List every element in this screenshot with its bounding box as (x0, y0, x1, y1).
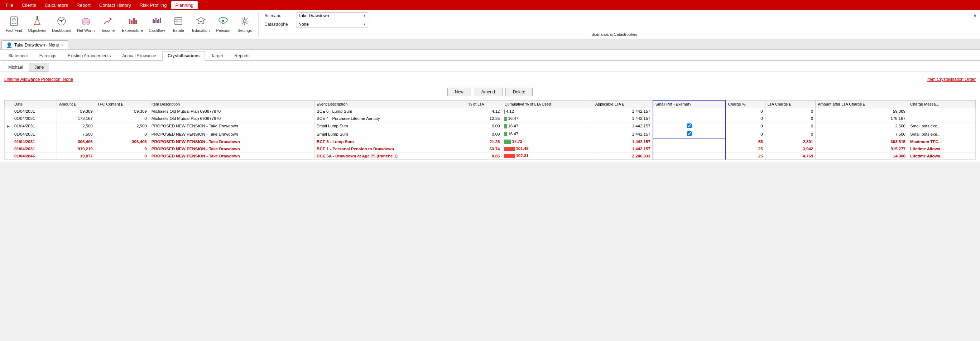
tab-target[interactable]: Target (205, 51, 228, 60)
svg-rect-11 (133, 18, 135, 24)
delete-button[interactable]: Delete (505, 88, 533, 96)
cell-pct-lta: 63.74 (466, 145, 502, 152)
toolbar-cashflow[interactable]: Cashflow (146, 15, 168, 34)
col-header-cumulative: Cumulative % of LTA Used (502, 100, 593, 108)
cell-item-desc: PROPOSED NEW PENSION - Take Drawdown (149, 145, 314, 152)
cell-arrow (5, 115, 12, 122)
col-header-amount-after: Amount after LTA Charge £ (816, 100, 908, 108)
cell-item-desc: Michael's Old Mutual Plan 690877870 (149, 115, 314, 122)
menu-contact-history[interactable]: Contact History (95, 1, 135, 9)
new-button[interactable]: New (447, 88, 471, 96)
cell-date: 01/04/2031 (12, 145, 57, 152)
cell-arrow (5, 130, 12, 138)
education-label: Education (192, 28, 210, 33)
tab-annual-allowance[interactable]: Annual Allowance (117, 51, 162, 60)
cell-small-pot (653, 115, 726, 122)
scenario-select[interactable]: Take Drawdown (297, 12, 368, 19)
cell-event-desc: BCE 4 - Purchase Lifetime Annuity (315, 115, 466, 122)
svg-rect-9 (129, 19, 130, 24)
toolbar-income[interactable]: Income (97, 15, 119, 34)
table-row[interactable]: 01/04/2031 919,219 0 PROPOSED NEW PENSIO… (5, 145, 976, 152)
table-row[interactable]: 01/04/2031 7,500 0 PROPOSED NEW PENSION … (5, 130, 976, 138)
cell-charge-pct: 55 (725, 138, 765, 145)
tab-michael[interactable]: Michael (3, 63, 28, 71)
statements-section: Fact Find Objectives Dashbo (0, 10, 258, 39)
amend-button[interactable]: Amend (474, 88, 503, 96)
cell-charge-message: Lifetime Allowa... (908, 152, 975, 160)
cell-event-desc: Small Lump Sum (315, 130, 466, 138)
document-tab-close[interactable]: × (61, 43, 64, 47)
protection-link[interactable]: Lifetime Allowance Protection: None (4, 77, 73, 82)
toolbar-net-worth[interactable]: Net Worth (74, 15, 97, 34)
scenarios-section: Scenario Take Drawdown Catastrophe None … (259, 10, 970, 39)
cell-small-pot (653, 138, 726, 145)
svg-rect-18 (160, 18, 161, 23)
cell-item-desc: PROPOSED NEW PENSION - Take Drawdown (149, 152, 314, 160)
cell-applicable-lta: 1,442,157 (593, 108, 652, 115)
col-header-small-pot: Small Pot - Exempt? (653, 100, 726, 108)
svg-rect-19 (175, 17, 182, 25)
toolbar-estate[interactable]: Estate (168, 15, 189, 34)
menu-clients[interactable]: Clients (18, 1, 40, 9)
cell-arrow: ▶ (5, 122, 12, 130)
tab-reports[interactable]: Reports (229, 51, 255, 60)
cell-arrow (5, 108, 12, 115)
toolbar-expenditure[interactable]: Expenditure (119, 15, 146, 34)
cell-charge-message: Small pots exe... (908, 130, 975, 138)
small-pot-checkbox[interactable] (687, 124, 692, 128)
table-row[interactable]: 01/04/2031 178,167 0 Michael's Old Mutua… (5, 115, 976, 122)
cell-applicable-lta: 2,246,833 (593, 152, 652, 160)
tab-jane[interactable]: Jane (29, 63, 49, 71)
table-row[interactable]: 01/04/2031 59,389 59,389 Michael's Old M… (5, 108, 976, 115)
small-pot-checkbox[interactable] (687, 131, 692, 136)
objectives-label: Objectives (28, 28, 46, 33)
catastrophe-select[interactable]: None (297, 21, 368, 28)
menu-calculators[interactable]: Calculators (40, 1, 72, 9)
menu-planning[interactable]: Planning (171, 1, 198, 9)
svg-point-25 (243, 20, 246, 22)
table-row[interactable]: 01/04/2031 306,406 306,406 PROPOSED NEW … (5, 138, 976, 145)
svg-point-6 (61, 21, 62, 22)
tab-earnings[interactable]: Earnings (34, 51, 62, 60)
cell-tfc: 306,406 (95, 138, 149, 145)
cell-cumulative: 102.31 (502, 152, 593, 160)
tab-crystallisations[interactable]: Crystallisations (162, 51, 205, 61)
col-header-amount: Amount £ (57, 100, 95, 108)
tab-existing-arrangements[interactable]: Existing Arrangements (62, 51, 116, 60)
net-worth-icon (81, 16, 91, 27)
tab-statement[interactable]: Statement (3, 51, 33, 60)
menu-file[interactable]: File (2, 1, 18, 9)
cell-amount-after: 59,389 (816, 108, 908, 115)
menu-risk-profiling[interactable]: Risk Profiling (135, 1, 171, 9)
document-tab-take-drawdown[interactable]: 👤 Take Drawdown - None × (2, 40, 68, 49)
cell-tfc: 2,500 (95, 122, 149, 130)
scenarios-section-label: Scenarios & Catastrophes (264, 31, 964, 36)
cell-arrow (5, 152, 12, 160)
svg-point-1 (13, 18, 15, 21)
fact-find-icon (9, 16, 19, 27)
expenditure-icon (127, 16, 138, 27)
collapse-button[interactable]: ∧ (970, 10, 980, 21)
cell-lta-charge: 4,769 (765, 152, 816, 160)
cell-small-pot[interactable] (653, 130, 726, 138)
item-order-link[interactable]: Item Crystallisation Order (928, 77, 976, 82)
cell-amount: 59,389 (57, 108, 95, 115)
table-row[interactable]: 01/04/2046 19,077 0 PROPOSED NEW PENSION… (5, 152, 976, 160)
toolbar-dashboard[interactable]: Dashboard (49, 15, 74, 34)
svg-rect-15 (156, 18, 156, 23)
cell-small-pot[interactable] (653, 122, 726, 130)
toolbar-pension[interactable]: Pension (212, 15, 234, 34)
toolbar-objectives[interactable]: Objectives (25, 15, 49, 34)
col-header-tfc: TFC Content £ (95, 100, 149, 108)
cell-date: 01/04/2031 (12, 138, 57, 145)
toolbar-education[interactable]: Education (189, 15, 212, 34)
table-row[interactable]: ▶ 01/04/2031 2,500 2,500 PROPOSED NEW PE… (5, 122, 976, 130)
cell-date: 01/04/2031 (12, 108, 57, 115)
cell-tfc: 0 (95, 130, 149, 138)
toolbar-settings[interactable]: Settings (234, 15, 255, 34)
pension-icon (218, 16, 228, 27)
cell-charge-pct: 0 (725, 108, 765, 115)
col-header-item-desc: Item Description (149, 100, 314, 108)
toolbar-fact-find[interactable]: Fact Find (3, 15, 25, 34)
menu-report[interactable]: Report (72, 1, 95, 9)
